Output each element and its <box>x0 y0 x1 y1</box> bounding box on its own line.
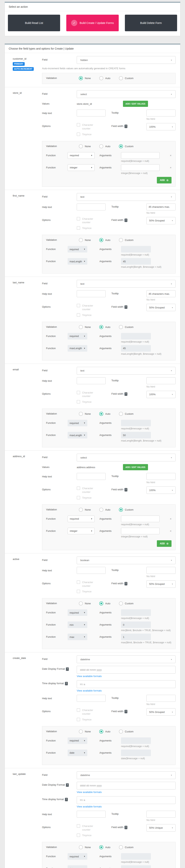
date-display-format-input[interactable] <box>77 782 176 789</box>
field-type-select[interactable]: select▾ <box>77 90 176 98</box>
view-available-formats-link[interactable]: View available formats <box>77 689 102 692</box>
field-width-select[interactable]: 50% Grouped▾ <box>146 304 176 311</box>
question-icon[interactable]: ? <box>124 582 127 585</box>
validation-radio-auto[interactable]: Auto <box>99 730 110 734</box>
validation-radio-custom[interactable]: Custom <box>119 845 134 849</box>
view-available-formats-link[interactable]: View available formats <box>77 790 102 794</box>
question-icon[interactable]: ? <box>124 392 127 396</box>
date-display-format-input[interactable] <box>77 666 176 674</box>
selected-value: 100% <box>149 125 155 128</box>
field-type-select[interactable]: text▾ <box>77 280 176 288</box>
build-delete-form-button[interactable]: Build Delete Form <box>125 15 177 31</box>
function-select[interactable]: integer▼ <box>68 528 95 534</box>
help-text-input[interactable] <box>77 110 106 117</box>
field-type-select[interactable]: text▾ <box>77 367 176 375</box>
validation-radio-none[interactable]: None <box>79 601 91 606</box>
help-text-input[interactable] <box>77 290 106 297</box>
tooltip-input[interactable] <box>146 377 176 384</box>
validation-radio-custom[interactable]: Custom <box>119 730 134 734</box>
field-type-select[interactable]: boolean▾ <box>77 557 176 564</box>
help-text-input[interactable] <box>77 204 106 211</box>
help-text-input[interactable] <box>77 811 106 818</box>
question-icon[interactable]: ? <box>66 668 69 671</box>
validation-radio-custom[interactable]: Custom <box>119 508 134 512</box>
tooltip-input[interactable] <box>146 110 176 117</box>
question-icon[interactable]: ? <box>124 488 127 492</box>
arguments-input[interactable] <box>121 528 159 534</box>
help-text-input[interactable] <box>77 473 106 480</box>
help-text-input[interactable] <box>77 695 106 702</box>
field-width-select[interactable]: 50% Grouped▾ <box>146 580 176 588</box>
tooltip-input[interactable] <box>146 567 176 574</box>
remove-function-icon[interactable]: × <box>170 516 172 520</box>
arguments-input[interactable] <box>121 152 159 159</box>
validation-radio-none[interactable]: None <box>79 730 91 734</box>
validation-radio-custom[interactable]: Custom <box>119 76 134 80</box>
validation-radio-none[interactable]: None <box>79 144 91 148</box>
validation-radio-none[interactable]: None <box>79 845 91 849</box>
field-type-select[interactable]: datetime▾ <box>77 771 176 779</box>
build-read-list-button[interactable]: Build Read List <box>8 15 60 31</box>
question-icon[interactable]: ? <box>124 219 127 222</box>
add-edit-values-button[interactable]: ADD / EDIT VALUES <box>123 101 148 107</box>
view-available-formats-link[interactable]: View available formats <box>77 805 102 808</box>
add-function-button[interactable]: ADD⊕ <box>157 177 172 183</box>
field-type-select[interactable]: select▾ <box>77 454 176 461</box>
field-width-select[interactable]: 100%▾ <box>146 391 176 398</box>
tooltip-input[interactable] <box>146 695 176 702</box>
tooltip-input[interactable] <box>146 473 176 480</box>
build-create-update-forms-button[interactable]: ✓ Build Create / Update Forms <box>66 15 118 31</box>
question-icon[interactable]: ? <box>66 783 69 787</box>
validation-radio-custom[interactable]: Custom <box>119 144 134 148</box>
question-icon[interactable]: ? <box>124 125 127 128</box>
field-width-select[interactable]: 50% Unique▾ <box>146 824 176 832</box>
time-display-format-input[interactable] <box>77 796 176 804</box>
add-function-button[interactable]: ADD⊕ <box>157 540 172 547</box>
validation-radio-none[interactable]: None <box>79 412 91 416</box>
remove-function-icon[interactable]: × <box>170 152 172 157</box>
function-select[interactable]: required▼ <box>68 152 95 159</box>
view-available-formats-link[interactable]: View available formats <box>77 675 102 678</box>
remove-function-icon[interactable]: × <box>170 164 172 169</box>
validation-radio-none[interactable]: None <box>79 325 91 329</box>
function-select[interactable]: integer▼ <box>68 164 95 171</box>
validation-radio-auto[interactable]: Auto <box>99 845 110 849</box>
field-width-select[interactable]: 100%▾ <box>146 123 176 130</box>
question-icon[interactable]: ? <box>124 710 127 713</box>
validation-radio-auto[interactable]: Auto <box>99 144 110 148</box>
field-type-select[interactable]: text▾ <box>77 193 176 201</box>
help-text-input[interactable] <box>77 567 106 574</box>
remove-function-icon[interactable]: × <box>170 528 172 533</box>
validation-radio-none[interactable]: None <box>79 76 91 80</box>
validation-radio-none[interactable]: None <box>79 508 91 512</box>
tooltip-input[interactable] <box>146 811 176 818</box>
field-width-select[interactable]: 50% Grouped▾ <box>146 217 176 224</box>
validation-radio-auto[interactable]: Auto <box>99 76 110 80</box>
validation-radio-auto[interactable]: Auto <box>99 238 110 242</box>
field-width-select[interactable]: 100%▾ <box>146 487 176 494</box>
field-type-select[interactable]: datetime▾ <box>77 655 176 663</box>
validation-radio-custom[interactable]: Custom <box>119 238 134 242</box>
field-width-select[interactable]: 50% Grouped▾ <box>146 708 176 716</box>
tooltip-input[interactable] <box>146 290 176 297</box>
validation-radio-none[interactable]: None <box>79 238 91 242</box>
question-icon[interactable]: ? <box>124 826 127 829</box>
tooltip-input[interactable] <box>146 204 176 211</box>
question-icon[interactable]: ? <box>65 798 68 801</box>
help-text-input[interactable] <box>77 377 106 384</box>
arguments-input[interactable] <box>121 516 159 522</box>
validation-radio-auto[interactable]: Auto <box>99 508 110 512</box>
function-select[interactable]: required▼ <box>68 516 95 522</box>
question-icon[interactable]: ? <box>65 682 68 685</box>
validation-radio-custom[interactable]: Custom <box>119 412 134 416</box>
arguments-input[interactable] <box>121 164 159 171</box>
validation-radio-custom[interactable]: Custom <box>119 601 134 606</box>
validation-radio-auto[interactable]: Auto <box>99 412 110 416</box>
validation-radio-auto[interactable]: Auto <box>99 601 110 606</box>
validation-radio-custom[interactable]: Custom <box>119 325 134 329</box>
time-display-format-input[interactable] <box>77 680 176 688</box>
validation-radio-auto[interactable]: Auto <box>99 325 110 329</box>
question-icon[interactable]: ? <box>124 305 127 309</box>
field-type-select[interactable]: hidden▾ <box>77 56 176 64</box>
add-edit-values-button[interactable]: ADD / EDIT VALUES <box>123 464 148 470</box>
